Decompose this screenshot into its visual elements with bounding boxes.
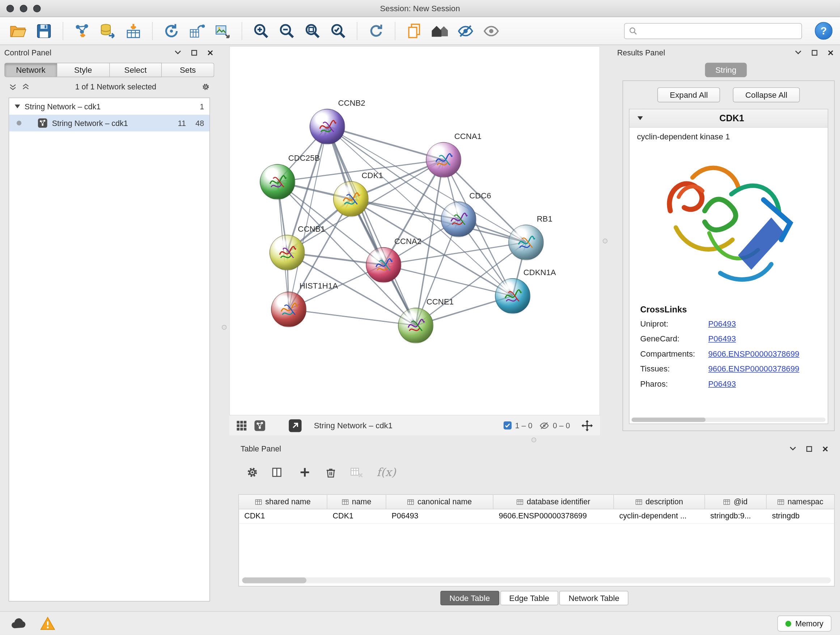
warning-icon[interactable] [40, 616, 56, 631]
network-node-hist1h1a[interactable] [271, 292, 306, 327]
cell-id[interactable]: stringdb:9... [705, 509, 767, 524]
add-column-icon[interactable] [272, 466, 286, 479]
panel-float-icon[interactable] [805, 445, 813, 453]
network-node-ccna1[interactable] [426, 142, 461, 177]
tab-sets[interactable]: Sets [162, 63, 215, 77]
collapse-all-networks-icon[interactable] [21, 82, 30, 91]
tissues-link[interactable]: 9606.ENSP00000378699 [708, 364, 799, 373]
network-view[interactable]: CCNB2CCNA1CDC25BCDK1CDC6RB1CCNB1CCNA2CDK… [229, 46, 600, 415]
network-edge[interactable] [327, 126, 416, 325]
column-header-shared-name[interactable]: shared name [239, 495, 327, 509]
network-node-ccnb1[interactable] [270, 235, 305, 271]
tab-string[interactable]: String [705, 63, 747, 77]
import-table-file-button[interactable] [123, 20, 144, 42]
search-input[interactable] [641, 27, 797, 35]
refresh-button[interactable] [365, 20, 387, 42]
gear-icon[interactable] [202, 82, 210, 91]
open-session-button[interactable] [8, 20, 29, 42]
window-minimize-button[interactable] [20, 5, 27, 12]
network-node-rb1[interactable] [508, 225, 544, 260]
checkbox-icon[interactable] [503, 421, 512, 430]
expand-all-networks-icon[interactable] [9, 82, 17, 91]
tab-edge-table[interactable]: Edge Table [500, 591, 558, 605]
home-button[interactable] [429, 20, 450, 42]
vertical-splitter-handle[interactable] [222, 325, 226, 329]
zoom-selected-button[interactable] [327, 20, 349, 42]
memory-button[interactable]: Memory [777, 616, 831, 631]
cell-description[interactable]: cyclin-dependent ... [614, 509, 705, 524]
compartments-link[interactable]: 9606.ENSP00000378699 [708, 349, 799, 358]
column-header-name[interactable]: name [327, 495, 386, 509]
gene-card-header[interactable]: CDK1 [630, 109, 828, 127]
table-horizontal-scrollbar[interactable] [242, 578, 831, 583]
network-collection-row[interactable]: String Network – cdk1 1 [9, 98, 210, 115]
cell-namespace[interactable]: stringdb [767, 509, 834, 524]
apply-layout-button[interactable] [161, 20, 182, 42]
birdseye-grid-icon[interactable] [236, 420, 248, 432]
panel-collapse-icon[interactable] [789, 445, 797, 453]
function-builder-icon[interactable]: f(x) [377, 466, 396, 479]
tab-network-table[interactable]: Network Table [559, 591, 628, 605]
cloud-icon[interactable] [10, 616, 27, 630]
panel-float-icon[interactable] [189, 48, 198, 57]
tab-node-table[interactable]: Node Table [440, 591, 499, 605]
panel-close-icon[interactable] [206, 48, 215, 57]
network-edge[interactable] [289, 309, 416, 325]
uniprot-link[interactable]: P06493 [708, 319, 736, 328]
vertical-splitter-handle[interactable] [603, 239, 607, 243]
column-header-canonical-name[interactable]: canonical name [386, 495, 493, 509]
eye-slash-icon[interactable] [538, 420, 549, 431]
move-crosshair-icon[interactable] [581, 419, 594, 432]
cell-database-identifier[interactable]: 9606.ENSP00000378699 [493, 509, 614, 524]
add-row-icon[interactable] [298, 466, 311, 479]
network-row[interactable]: String Network – cdk1 11 48 [9, 115, 210, 131]
import-network-database-button[interactable] [97, 20, 118, 42]
expand-all-button[interactable]: Expand All [658, 87, 720, 102]
network-node-cdc25b[interactable] [260, 164, 295, 200]
copy-button[interactable] [403, 20, 425, 42]
zoom-in-button[interactable] [250, 20, 272, 42]
panel-close-icon[interactable] [826, 48, 835, 57]
panel-close-icon[interactable] [821, 445, 829, 453]
show-all-button[interactable] [480, 20, 502, 42]
panel-float-icon[interactable] [810, 48, 819, 57]
table-row[interactable]: CDK1 CDK1 P06493 9606.ENSP00000378699 cy… [239, 509, 834, 524]
tab-style[interactable]: Style [57, 63, 110, 77]
column-header-description[interactable]: description [614, 495, 705, 509]
column-header-namespace[interactable]: namespac [767, 495, 834, 509]
network-edge[interactable] [327, 126, 444, 160]
window-close-button[interactable] [6, 5, 14, 12]
network-node-cdk1[interactable] [333, 181, 369, 217]
gear-icon[interactable] [246, 466, 259, 479]
horizontal-splitter-handle[interactable] [531, 437, 536, 442]
scrollbar-thumb[interactable] [242, 578, 306, 583]
panel-collapse-icon[interactable] [794, 48, 803, 57]
collapse-all-button[interactable]: Collapse All [733, 87, 799, 102]
expander-icon[interactable] [14, 104, 20, 109]
import-network-file-button[interactable] [71, 20, 93, 42]
column-header-database-identifier[interactable]: database identifier [493, 495, 614, 509]
string-network-icon[interactable] [254, 420, 266, 432]
column-header-id[interactable]: @id [705, 495, 767, 509]
expander-icon[interactable] [637, 116, 644, 120]
network-node-ccnb2[interactable] [309, 109, 345, 144]
network-from-table-button[interactable] [186, 20, 208, 42]
tab-network[interactable]: Network [4, 63, 57, 77]
network-node-ccne1[interactable] [398, 308, 433, 343]
save-session-button[interactable] [33, 20, 55, 42]
zoom-fit-button[interactable] [302, 20, 323, 42]
hide-selected-button[interactable] [455, 20, 476, 42]
network-edge[interactable] [384, 265, 513, 296]
help-button[interactable]: ? [815, 22, 832, 40]
cell-name[interactable]: CDK1 [327, 509, 386, 524]
network-node-cdkn1a[interactable] [495, 279, 531, 314]
zoom-out-button[interactable] [276, 20, 297, 42]
pharos-link[interactable]: P06493 [708, 379, 736, 388]
results-horizontal-scrollbar[interactable] [632, 418, 826, 422]
cell-shared-name[interactable]: CDK1 [239, 509, 327, 524]
network-node-ccna2[interactable] [366, 247, 401, 283]
delete-icon[interactable] [324, 466, 337, 479]
export-image-button[interactable] [212, 20, 233, 42]
panel-collapse-icon[interactable] [174, 48, 182, 57]
cell-canonical-name[interactable]: P06493 [386, 509, 493, 524]
